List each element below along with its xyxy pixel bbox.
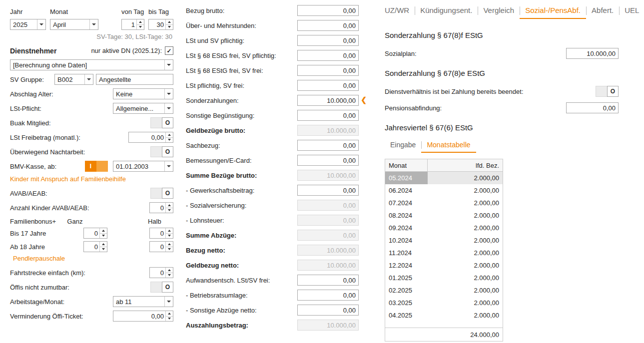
sv-gruppe-code-select[interactable]: B002	[54, 74, 93, 85]
tab-kuendigungsent[interactable]: Kündigungsent.	[415, 5, 478, 18]
anzahl-kinder-stepper[interactable]: 0	[149, 202, 173, 213]
bis17-halb-stepper[interactable]: 0	[149, 228, 173, 239]
toggle-on-segment[interactable]	[150, 117, 162, 128]
sonstige-abzuege-netto-input[interactable]: 0,00	[297, 305, 359, 316]
tab-uzwr[interactable]: UZ/WR	[385, 5, 415, 18]
table-row[interactable]: 04.2025 2.000,00	[385, 309, 503, 322]
nachtarbeit-toggle[interactable]: O	[150, 146, 173, 157]
spinner-up-icon[interactable]	[100, 228, 107, 233]
berechnung-select[interactable]: [Berechnung ohne Daten]	[10, 59, 173, 70]
spinner-down-icon[interactable]	[137, 24, 144, 30]
jahr-select[interactable]: 2025	[10, 19, 46, 30]
lst-freibetrag-stepper[interactable]: 0,00	[128, 132, 173, 143]
tab-sozial-pensabf[interactable]: Sozial-/PensAbf.	[520, 5, 586, 19]
lst-pflicht-select[interactable]: Allgemeine...	[113, 103, 173, 114]
chevron-down-icon[interactable]	[89, 19, 98, 29]
spinner-down-icon[interactable]	[166, 24, 173, 30]
toggle-off-segment[interactable]: O	[162, 282, 173, 293]
tab-abfert[interactable]: Abfert.	[586, 5, 619, 18]
ab18-ganz-stepper[interactable]: 0	[83, 241, 107, 252]
table-row[interactable]: 02.2025 2.000,00	[385, 284, 503, 297]
spinner-up-icon[interactable]	[166, 19, 173, 24]
verminderung-stepper[interactable]: 0,00	[113, 311, 173, 322]
spinner-down-icon[interactable]	[100, 233, 107, 239]
table-row[interactable]: 09.2024 2.000,00	[385, 222, 503, 234]
arbeitstage-select[interactable]: ab 11	[113, 296, 173, 307]
toggle-on-segment[interactable]	[150, 282, 162, 293]
bmv-date-select[interactable]: 01.01.2003	[113, 161, 173, 172]
subtab-eingabe[interactable]: Eingabe	[385, 140, 421, 152]
sachbezug-input[interactable]: 0,00	[297, 140, 359, 151]
ueber-mehrstunden-input[interactable]: 0,00	[297, 20, 359, 31]
betriebsratsumlage-input[interactable]: 0,00	[297, 290, 359, 301]
toggle-off-segment[interactable]	[96, 161, 108, 172]
toggle-on-segment[interactable]	[596, 86, 607, 97]
table-row[interactable]: 08.2024 2.000,00	[385, 209, 503, 222]
chevron-down-icon[interactable]	[84, 74, 93, 84]
spinner-up-icon[interactable]	[166, 311, 173, 316]
gewerkschaftsbeitrag-input[interactable]: 0,00	[297, 185, 359, 196]
nur-aktive-dn-checkbox[interactable]: ✓	[165, 46, 173, 55]
spinner-up-icon[interactable]	[166, 268, 173, 273]
spinner-up-icon[interactable]	[166, 203, 173, 208]
spinner-down-icon[interactable]	[166, 208, 173, 213]
bmv-toggle[interactable]: I	[85, 161, 108, 172]
table-row[interactable]: 12.2024 2.000,00	[385, 259, 503, 272]
pensionsabfindung-input[interactable]: 0,00	[566, 102, 619, 113]
spinner-down-icon[interactable]	[100, 247, 107, 252]
lst68-sv-frei-input[interactable]: 0,00	[297, 65, 359, 76]
abschlag-alter-select[interactable]: Keine	[113, 88, 173, 99]
sozialplan-input[interactable]: 10.000,00	[566, 48, 619, 59]
table-row[interactable]: 10.2024 2.000,00	[385, 234, 503, 247]
ab18-halb-stepper[interactable]: 0	[149, 241, 173, 252]
bemessungen-ecard-input[interactable]: 0,00	[297, 155, 359, 166]
bezug-brutto-input[interactable]: 0,00	[297, 5, 359, 16]
spinner-down-icon[interactable]	[166, 137, 173, 143]
chevron-down-icon[interactable]	[164, 89, 173, 99]
sv-gruppe-name-input[interactable]: Angestellte	[96, 74, 173, 85]
spinner-up-icon[interactable]	[100, 242, 107, 247]
fahrtstrecke-stepper[interactable]: 0	[149, 267, 173, 278]
bis17-ganz-stepper[interactable]: 0	[83, 228, 107, 239]
bis-tag-stepper[interactable]: 30	[148, 19, 173, 30]
sonstige-beguenstigung-input[interactable]: 0,00	[297, 110, 359, 121]
toggle-on-segment[interactable]	[150, 188, 162, 199]
subtab-monatstabelle[interactable]: Monatstabelle	[421, 140, 476, 153]
table-row[interactable]: 06.2024 2.000,00	[385, 184, 503, 197]
table-row[interactable]: 05.2024 2.000,00	[385, 172, 503, 184]
chevron-down-icon[interactable]	[164, 161, 173, 171]
aufwandsentsch-input[interactable]: 0,00	[297, 275, 359, 286]
table-row[interactable]: 11.2024 2.000,00	[385, 247, 503, 259]
tab-vergleich[interactable]: Vergleich	[478, 5, 520, 18]
chevron-down-icon[interactable]	[164, 103, 173, 113]
lst-pflichtig-sv-frei-input[interactable]: 0,00	[297, 80, 359, 91]
toggle-off-segment[interactable]: O	[162, 117, 173, 128]
toggle-off-segment[interactable]: O	[162, 146, 173, 157]
toggle-on-segment[interactable]: I	[85, 161, 96, 172]
buak-toggle[interactable]: O	[150, 117, 173, 128]
toggle-off-segment[interactable]: O	[607, 86, 619, 97]
tab-uel[interactable]: UEL	[619, 5, 644, 18]
spinner-up-icon[interactable]	[166, 242, 173, 247]
spinner-up-icon[interactable]	[137, 19, 144, 24]
sonderzahlungen-input[interactable]: 10.000,00	[297, 95, 359, 106]
spinner-down-icon[interactable]	[166, 273, 173, 278]
oeffis-toggle[interactable]: O	[150, 282, 173, 293]
chevron-down-icon[interactable]	[37, 19, 45, 29]
lst68-sv-pflichtig-input[interactable]: 0,00	[297, 50, 359, 61]
chevron-down-icon[interactable]	[164, 60, 173, 70]
lst-sv-pflichtig-input[interactable]: 0,00	[297, 35, 359, 46]
dv-beendet-toggle[interactable]: O	[596, 86, 619, 97]
spinner-up-icon[interactable]	[166, 228, 173, 233]
spinner-down-icon[interactable]	[166, 247, 173, 252]
avab-toggle[interactable]: O	[150, 188, 173, 199]
spinner-down-icon[interactable]	[166, 316, 173, 322]
monat-select[interactable]: April	[50, 19, 98, 30]
von-tag-stepper[interactable]: 1	[121, 19, 144, 30]
chevron-down-icon[interactable]	[164, 297, 173, 307]
toggle-off-segment[interactable]: O	[162, 188, 173, 199]
spinner-down-icon[interactable]	[166, 233, 173, 239]
spinner-up-icon[interactable]	[166, 132, 173, 137]
table-row[interactable]: 01.2025 2.000,00	[385, 272, 503, 284]
toggle-on-segment[interactable]	[150, 146, 162, 157]
